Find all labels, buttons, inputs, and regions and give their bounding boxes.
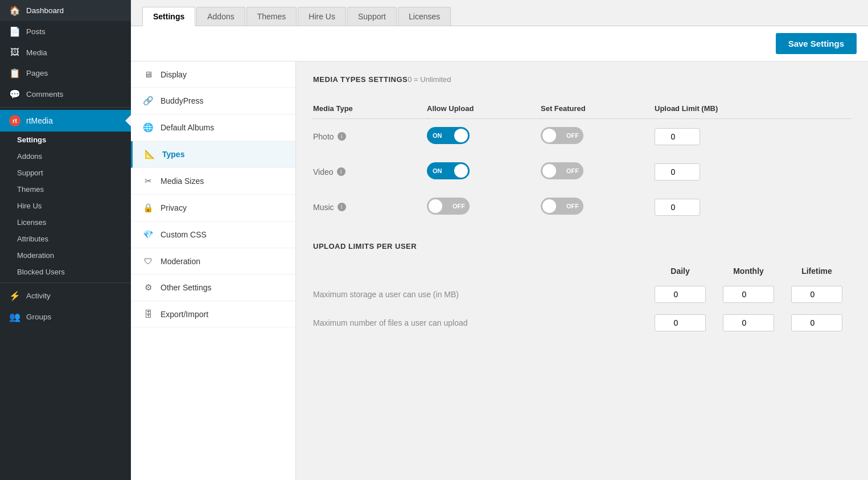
sidebar-sub-item-support[interactable]: Support [0, 165, 131, 181]
privacy-nav-icon: 🔒 [142, 203, 154, 213]
limits-col-label [313, 262, 646, 280]
sidebar-sub-item-hire-us[interactable]: Hire Us [0, 198, 131, 214]
posts-icon: 📄 [9, 26, 20, 37]
sidebar-sub-item-addons[interactable]: Addons [0, 148, 131, 165]
sidebar-sub-item-blocked-users[interactable]: Blocked Users [0, 264, 131, 280]
limits-storage-daily-input[interactable] [655, 286, 706, 303]
sidebar-divider-2 [0, 282, 131, 283]
left-nav-buddypress[interactable]: 🔗 BuddyPress [131, 88, 295, 114]
dashboard-icon: 🏠 [9, 5, 20, 16]
limits-col-lifetime: Lifetime [783, 262, 851, 280]
media-types-section: MEDIA TYPES SETTINGS 0 = Unlimited Media… [313, 75, 851, 225]
sidebar-item-media[interactable]: 🖼 Media [0, 42, 131, 63]
table-row-photo: Photo i ON [313, 119, 851, 154]
photo-upload-limit-input[interactable] [655, 128, 700, 145]
left-nav-moderation[interactable]: 🛡 Moderation [131, 248, 295, 274]
media-sizes-nav-icon: ✂ [142, 176, 154, 186]
video-label: Video [313, 167, 334, 177]
left-nav-other-settings[interactable]: ⚙ Other Settings [131, 274, 295, 301]
tab-licenses[interactable]: Licenses [398, 7, 451, 26]
custom-css-nav-icon: 💎 [142, 229, 154, 240]
sidebar-item-rtmedia[interactable]: rt rtMedia [0, 110, 131, 132]
limits-files-lifetime-input[interactable] [791, 314, 842, 331]
limits-storage-daily-cell [646, 280, 714, 309]
left-nav-types[interactable]: 📐 Types [131, 141, 295, 168]
col-media-type: Media Type [313, 104, 427, 119]
limits-files-daily-cell [646, 309, 714, 337]
sidebar-sub-item-settings[interactable]: Settings [0, 132, 131, 148]
sidebar-item-dashboard[interactable]: 🏠 Dashboard [0, 0, 131, 21]
left-nav-media-sizes[interactable]: ✂ Media Sizes [131, 168, 295, 195]
sidebar-item-groups[interactable]: 👥 Groups [0, 306, 131, 327]
music-upload-limit-input[interactable] [655, 199, 700, 216]
music-set-featured-knob [542, 199, 556, 213]
limits-files-monthly-cell [714, 309, 783, 337]
sidebar-sub-item-themes[interactable]: Themes [0, 181, 131, 198]
video-upload-limit-input[interactable] [655, 163, 700, 180]
upload-limits-title: UPLOAD LIMITS PER USER [313, 242, 851, 253]
moderation-nav-icon: 🛡 [142, 256, 154, 266]
col-upload-limit: Upload Limit (MB) [655, 104, 851, 119]
col-set-featured: Set Featured [541, 104, 655, 119]
save-settings-button[interactable]: Save Settings [776, 33, 857, 54]
photo-allow-upload-knob [454, 129, 468, 142]
left-nav-custom-css[interactable]: 💎 Custom CSS [131, 221, 295, 248]
save-bar: Save Settings [131, 26, 868, 61]
tab-support[interactable]: Support [347, 7, 397, 26]
photo-info-icon[interactable]: i [338, 132, 346, 141]
limits-col-daily: Daily [646, 262, 714, 280]
media-icon: 🖼 [9, 47, 20, 58]
left-nav-privacy[interactable]: 🔒 Privacy [131, 195, 295, 221]
tab-addons[interactable]: Addons [196, 7, 245, 26]
tab-hire-us[interactable]: Hire Us [298, 7, 346, 26]
pages-icon: 📋 [9, 68, 20, 79]
settings-layout: 🖥 Display 🔗 BuddyPress 🌐 Default Albums … [131, 61, 868, 480]
limits-grid: Daily Monthly Lifetime Maximum storage a… [313, 262, 851, 337]
main-content: Settings Addons Themes Hire Us Support L… [131, 0, 868, 480]
limits-col-monthly: Monthly [714, 262, 783, 280]
tab-settings[interactable]: Settings [142, 7, 195, 26]
music-info-icon[interactable]: i [338, 203, 346, 211]
media-types-table: Media Type Allow Upload Set Featured Upl… [313, 104, 851, 225]
sidebar-item-activity[interactable]: ⚡ Activity [0, 285, 131, 306]
limits-storage-monthly-cell [714, 280, 783, 309]
photo-set-featured-toggle[interactable]: OFF [541, 127, 583, 144]
left-nav-export-import[interactable]: 🗄 Export/Import [131, 301, 295, 327]
limits-files-daily-input[interactable] [655, 314, 706, 331]
tab-themes[interactable]: Themes [246, 7, 297, 26]
video-set-featured-toggle[interactable]: OFF [541, 162, 583, 179]
music-set-featured-toggle[interactable]: OFF [541, 198, 583, 215]
comments-icon: 💬 [9, 89, 20, 100]
sidebar-item-comments[interactable]: 💬 Comments [0, 84, 131, 105]
limits-files-lifetime-cell [783, 309, 851, 337]
sidebar-sub-item-moderation[interactable]: Moderation [0, 247, 131, 264]
right-panel: MEDIA TYPES SETTINGS 0 = Unlimited Media… [296, 61, 868, 480]
col-allow-upload: Allow Upload [427, 104, 541, 119]
sidebar-sub-item-licenses[interactable]: Licenses [0, 214, 131, 231]
display-nav-icon: 🖥 [142, 69, 154, 79]
left-nav-display[interactable]: 🖥 Display [131, 61, 295, 88]
video-allow-upload-toggle[interactable]: ON [427, 162, 470, 179]
photo-label: Photo [313, 132, 334, 141]
upload-limits-section: UPLOAD LIMITS PER USER Daily Monthly Lif… [313, 242, 851, 337]
other-settings-nav-icon: ⚙ [142, 282, 154, 293]
groups-icon: 👥 [9, 311, 20, 322]
music-allow-upload-knob [429, 199, 442, 213]
music-allow-upload-toggle[interactable]: OFF [427, 198, 470, 215]
limits-files-monthly-input[interactable] [723, 314, 774, 331]
limits-storage-lifetime-input[interactable] [791, 286, 842, 303]
video-info-icon[interactable]: i [337, 167, 345, 176]
sidebar-item-posts[interactable]: 📄 Posts [0, 21, 131, 42]
default-albums-nav-icon: 🌐 [142, 122, 154, 133]
limits-storage-lifetime-cell [783, 280, 851, 309]
sidebar: 🏠 Dashboard 📄 Posts 🖼 Media 📋 Pages 💬 Co… [0, 0, 131, 480]
sidebar-sub-item-attributes[interactable]: Attributes [0, 231, 131, 247]
video-allow-upload-knob [454, 164, 468, 178]
media-types-hint: 0 = Unlimited [408, 75, 451, 84]
left-nav-default-albums[interactable]: 🌐 Default Albums [131, 114, 295, 141]
limits-storage-label: Maximum storage a user can use (in MB) [313, 280, 646, 309]
sidebar-item-pages[interactable]: 📋 Pages [0, 63, 131, 84]
limits-storage-monthly-input[interactable] [723, 286, 774, 303]
tab-bar: Settings Addons Themes Hire Us Support L… [131, 0, 868, 26]
photo-allow-upload-toggle[interactable]: ON [427, 127, 470, 144]
